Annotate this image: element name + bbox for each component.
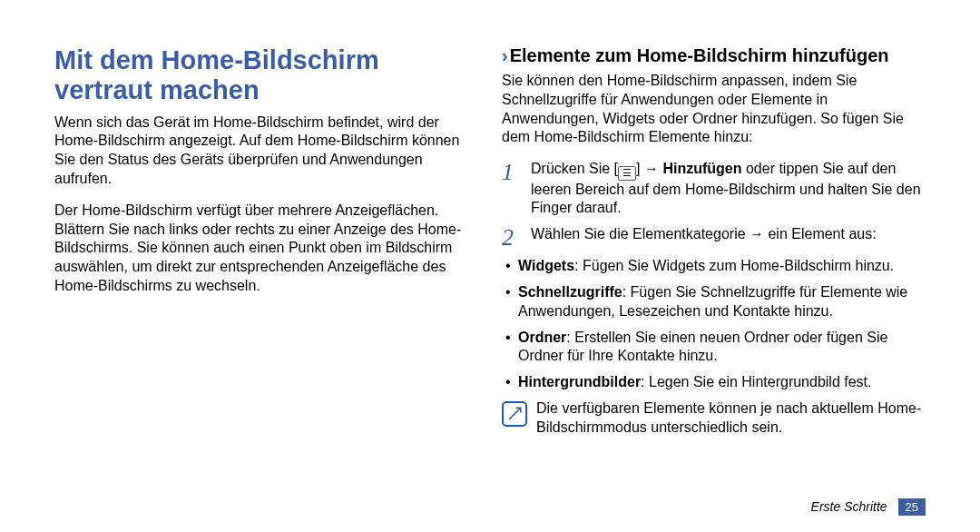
menu-icon: ☰ — [618, 166, 636, 181]
step-1: 1 Drücken Sie [☰] → Hinzufügen oder tipp… — [502, 160, 926, 218]
intro-paragraph: Sie können den Home-Bildschirm anpassen,… — [502, 72, 926, 147]
bullet-wallpapers-label: Hintergrundbilder — [518, 374, 641, 389]
chevron-right-icon: › — [502, 45, 508, 65]
document-page: Mit dem Home-Bildschirm vertraut machen … — [0, 0, 980, 532]
bullet-shortcuts: Schnellzugriffe: Fügen Sie Schnellzugrif… — [502, 283, 926, 321]
step-number: 1 — [502, 160, 522, 218]
step1-pre: Drücken Sie [ — [531, 161, 618, 176]
bullet-widgets: Widgets: Fügen Sie Widgets zum Home-Bild… — [502, 257, 926, 276]
page-number: 25 — [898, 498, 926, 516]
left-paragraph-2: Der Home-Bildschirm verfügt über mehrere… — [54, 202, 478, 296]
section-heading-text: Elemente zum Home-Bildschirm hinzufügen — [510, 45, 889, 65]
step-1-text: Drücken Sie [☰] → Hinzufügen oder tippen… — [531, 160, 926, 218]
bullet-folders-text: : Erstellen Sie einen neuen Ordner oder … — [518, 330, 887, 364]
step-2: 2 Wählen Sie die Elementkategorie → ein … — [502, 225, 926, 250]
section-heading: ›Elemente zum Home-Bildschirm hinzufügen — [502, 45, 926, 66]
steps-list: 1 Drücken Sie [☰] → Hinzufügen oder tipp… — [502, 160, 926, 250]
note-icon — [502, 401, 527, 427]
footer-label: Erste Schritte — [811, 499, 887, 514]
bullet-list: Widgets: Fügen Sie Widgets zum Home-Bild… — [502, 257, 926, 392]
bullet-widgets-text: : Fügen Sie Widgets zum Home-Bildschirm … — [574, 258, 894, 273]
step-2-text: Wählen Sie die Elementkategorie → ein El… — [531, 225, 926, 250]
bullet-wallpapers: Hintergrundbilder: Legen Sie ein Hinterg… — [502, 373, 926, 392]
main-heading: Mit dem Home-Bildschirm vertraut machen — [54, 45, 478, 106]
left-column: Mit dem Home-Bildschirm vertraut machen … — [54, 45, 478, 532]
bullet-wallpapers-text: : Legen Sie ein Hintergrundbild fest. — [641, 374, 871, 389]
step1-bold: Hinzufügen — [662, 161, 741, 176]
note-text: Die verfügbaren Elemente können je nach … — [536, 399, 926, 438]
step-number: 2 — [502, 225, 522, 250]
bullet-folders-label: Ordner — [518, 330, 566, 345]
left-paragraph-1: Wenn sich das Gerät im Home-Bildschirm b… — [54, 113, 478, 189]
bullet-widgets-label: Widgets — [518, 258, 574, 273]
note-block: Die verfügbaren Elemente können je nach … — [502, 399, 926, 438]
step1-arrow: ] → — [636, 161, 662, 176]
bullet-folders: Ordner: Erstellen Sie einen neuen Ordner… — [502, 329, 926, 367]
bullet-shortcuts-label: Schnellzugriffe — [518, 284, 622, 300]
page-footer: Erste Schritte 25 — [811, 498, 926, 516]
right-column: ›Elemente zum Home-Bildschirm hinzufügen… — [502, 45, 926, 532]
